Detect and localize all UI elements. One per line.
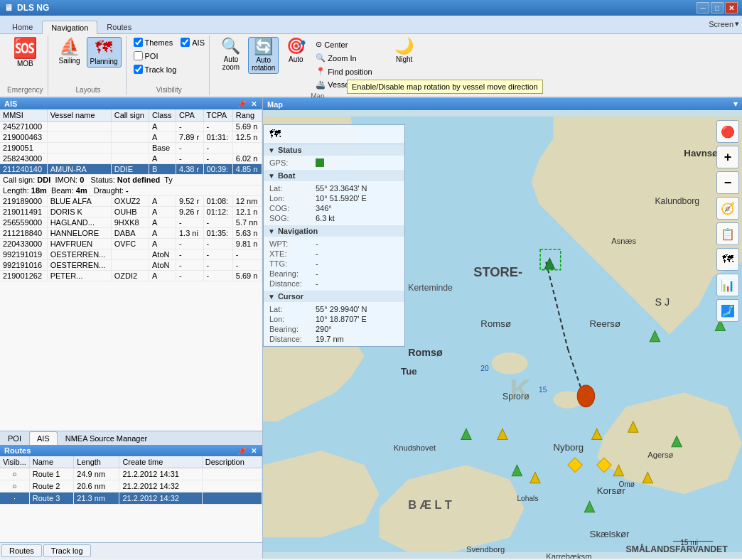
status-section-label: Status [278,146,302,154]
routes-close-button[interactable]: ✕ [249,447,258,455]
auto-zoom-button[interactable]: 🔍 Auto zoom [217,37,245,72]
table-row[interactable]: 258243000A--6.02 n [0,154,262,164]
map-dropdown-icon[interactable]: ▾ [733,99,738,109]
auto-rotation-button[interactable]: 🔄 Auto rotation [248,37,279,74]
col-cpa[interactable]: CPA [176,109,203,122]
col-visible[interactable]: Visib... [0,456,29,468]
table-row[interactable]: 219001262PETER...OZDI2A--5.69 n [0,271,262,281]
table-row[interactable]: 2190051Base-- [0,143,262,154]
rescue-ring-button[interactable]: 🔴 [716,120,739,143]
cur-distance-value: 19.7 nm [316,335,344,343]
auto-button[interactable]: 🎯 Auto [281,37,310,65]
col-description[interactable]: Description [202,456,262,468]
table-row[interactable]: 992191016OESTERREN...AtoN--- [0,260,262,271]
status-collapse-icon[interactable]: ▼ [268,146,275,154]
svg-text:15: 15 [539,386,547,394]
ais-close-button[interactable]: ✕ [249,100,258,108]
ribbon-group-emergency: 🆘 MOB Emergency [3,36,48,95]
status-section-header: ▼ Status [264,144,404,156]
table-row[interactable]: 256559000HAGLAND...9HXK8A--5.7 nn [0,217,262,228]
table-row[interactable]: 219011491DORIS KOUHBA9.26 r01:12:12.1 n [0,207,262,217]
tab-routes[interactable]: Routes [97,20,141,33]
ais-checkbox[interactable] [181,38,190,47]
sailing-button[interactable]: ⛵ Sailing [55,37,84,66]
zoom-in-button[interactable]: 🔍 Zoom In [313,52,387,64]
route-row[interactable]: ○ Route 2 20.6 nm 21.2.2012 14:32 [0,480,262,492]
chart2-button[interactable]: 🗺 [716,248,739,271]
tab-nmea[interactable]: NMEA Source Manager [58,431,156,445]
night-label: Night [396,55,412,63]
tab-navigation[interactable]: Navigation [42,21,97,34]
boat-section-label: Boat [278,171,295,180]
col-name[interactable]: Name [29,456,73,468]
zoom-in-map-button[interactable]: + [716,146,739,168]
ais-table-container[interactable]: MMSI Vessel name Call sign Class CPA TCP… [0,109,262,431]
night-button[interactable]: 🌙 Night [390,37,419,65]
tab-home[interactable]: Home [3,20,42,33]
table-row[interactable]: 992191019OESTERREN...AtoN--- [0,249,262,260]
themes-label: Themes [145,38,173,47]
table-row[interactable]: 219000463A7.89 r01:31:12.5 n [0,132,262,143]
center-icon: ⊙ [316,40,322,49]
table-row[interactable]: 245271000A--5.69 n [0,122,262,132]
track-log-checkbox[interactable] [134,65,143,74]
svg-text:Knudshovet: Knudshovet [394,443,436,452]
tab-ais[interactable]: AIS [29,431,58,445]
compass-button[interactable]: 🧭 [716,197,739,220]
poi-checkbox[interactable] [134,51,143,60]
chart-button[interactable]: 📋 [716,222,739,245]
col-range[interactable]: Rang [232,109,262,122]
chart4-button[interactable]: 🗾 [716,299,739,322]
boat-collapse-icon[interactable]: ▼ [268,172,275,180]
minimize-button[interactable]: ─ [697,2,709,14]
cursor-collapse-icon[interactable]: ▼ [268,293,275,301]
sog-value: 6.3 kt [316,214,335,222]
table-row[interactable]: 219189000BLUE ALFAOXUZ2A9.52 r01:08:12 n… [0,196,262,207]
routes-title: Routes [4,446,31,455]
col-class[interactable]: Class [149,109,176,122]
mob-label: MOB [17,60,33,68]
center-button[interactable]: ⊙ Center [313,38,387,50]
table-row-selected[interactable]: 211240140AMUN-RADDIEB4.38 r00:39:4.85 n [0,164,262,175]
mob-button[interactable]: 🆘 MOB [10,37,41,69]
planning-button[interactable]: 🗺 Planning [87,37,122,68]
nav-section-label: Navigation [278,227,318,235]
track-log-label: Track log [145,65,177,74]
boat-section: Lat: 55° 23.3643' N Lon: 10° 51.5920' E … [264,181,404,225]
route-row-selected[interactable]: · Route 3 21.3 nm 21.2.2012 14:32 [0,492,262,505]
table-row[interactable]: 211218840HANNELOREDABAA1.3 ni01:35:5.63 … [0,228,262,239]
routes-table[interactable]: Visib... Name Length Create time Descrip… [0,456,262,542]
close-button[interactable]: ✕ [725,2,738,14]
themes-checkbox[interactable] [134,38,143,47]
screen-button[interactable]: Screen ▾ [709,19,739,28]
ttg-label: TTG: [269,259,316,268]
layouts-group-label: Layouts [76,86,101,95]
routes-pin-button[interactable]: 📌 [236,447,247,455]
route-row[interactable]: ○ Route 1 24.9 nm 21.2.2012 14:31 [0,468,262,480]
night-icon: 🌙 [394,38,414,54]
col-create-time[interactable]: Create time [119,456,202,468]
track-log-tab-button[interactable]: Track log [43,544,91,557]
map-area: Map ▾ [263,98,742,559]
col-tcpa[interactable]: TCPA [203,109,232,122]
zoom-out-map-button[interactable]: − [716,171,739,194]
find-position-button[interactable]: 📍 Find position [313,65,387,77]
map-content[interactable]: Havnsø Kalundborg Asnæs Romsø Tue Romsø … [263,110,742,559]
svg-text:Kerteminde: Kerteminde [408,283,453,293]
col-length[interactable]: Length [74,456,119,468]
col-vessel-name[interactable]: Vessel name [47,109,111,122]
routes-tab-button[interactable]: Routes [1,544,42,557]
lon-value: 10° 51.5920' E [316,194,367,203]
ribbon-group-visibility: Themes AIS POI Track log Visibility [129,36,210,95]
col-mmsi[interactable]: MMSI [0,109,47,122]
main-area: AIS 📌 ✕ MMSI Vessel name Call sign Class… [0,98,742,559]
chart3-button[interactable]: 📊 [716,274,739,296]
table-row[interactable]: 220433000HAVFRUENOVFCA--9.81 n [0,239,262,249]
col-callsign[interactable]: Call sign [111,109,149,122]
ais-pin-button[interactable]: 📌 [236,100,247,108]
svg-text:Reersø: Reersø [590,318,621,329]
nav-collapse-icon[interactable]: ▼ [268,227,275,235]
maximize-button[interactable]: □ [711,2,724,14]
nav-section: WPT: - XTE: - TTG: - Bearing: - [264,237,404,291]
tab-poi[interactable]: POI [0,431,29,445]
